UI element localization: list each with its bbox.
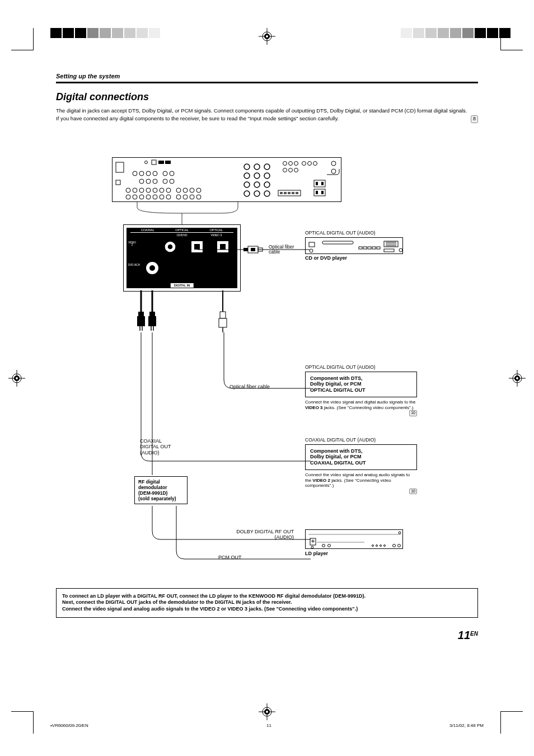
svg-rect-19 (158, 161, 164, 164)
digital-in-panel: COAXIAL OPTICAL OPTICAL CD/DVD VIDEO 3 V… (123, 224, 241, 292)
svg-point-21 (133, 171, 137, 176)
svg-rect-110 (137, 316, 145, 326)
svg-point-73 (289, 168, 293, 172)
svg-rect-113 (148, 316, 156, 326)
svg-point-51 (183, 195, 188, 199)
svg-point-22 (139, 171, 144, 176)
page-title: Digital connections (56, 91, 478, 103)
ld-player-label: LD player (305, 551, 403, 556)
svg-point-9 (16, 377, 18, 379)
svg-rect-99 (372, 247, 376, 249)
svg-point-56 (264, 164, 270, 170)
panel-label-dvd: DVD /6CH (128, 264, 140, 267)
svg-point-33 (133, 188, 137, 192)
intro-paragraph-2: If you have connected any digital compon… (56, 115, 478, 122)
svg-point-46 (146, 195, 151, 199)
svg-point-38 (166, 188, 171, 192)
svg-point-35 (146, 188, 151, 192)
intro-paragraph-1: The digital in jacks can accept DTS, Dol… (56, 107, 478, 114)
svg-point-43 (126, 195, 130, 199)
svg-point-50 (176, 195, 181, 199)
ld-player-block: LD player (305, 538, 403, 556)
svg-point-119 (399, 532, 401, 534)
section-label: Setting up the system (56, 73, 478, 79)
component-optical-note: Connect the video signal and digital aud… (305, 400, 417, 416)
svg-point-52 (190, 195, 194, 199)
svg-point-53 (196, 195, 201, 199)
svg-point-68 (294, 161, 298, 165)
component-optical-box: Component with DTS, Dolby Digital, or PC… (305, 372, 417, 397)
svg-point-122 (322, 544, 325, 547)
side-registration-icon (8, 370, 25, 387)
svg-rect-116 (219, 318, 227, 327)
svg-rect-91 (251, 248, 255, 251)
svg-point-127 (380, 544, 382, 546)
svg-point-28 (146, 179, 151, 184)
svg-rect-92 (243, 248, 248, 251)
optical-jack-cddvd (191, 241, 203, 253)
page-ref-badge: 8 (471, 115, 478, 123)
svg-rect-95 (322, 241, 353, 244)
panel-sub-video3: VIDEO 3 (199, 233, 233, 237)
component-optical-block: OPTICAL DIGITAL OUT (AUDIO) Component wi… (305, 364, 417, 416)
svg-point-48 (160, 195, 164, 199)
registration-strip (0, 28, 534, 45)
svg-point-128 (384, 544, 386, 546)
svg-point-37 (160, 188, 164, 192)
svg-rect-109 (138, 312, 144, 316)
svg-point-71 (313, 161, 317, 165)
output-label-optical1: OPTICAL DIGITAL OUT (AUDIO) (305, 230, 403, 236)
side-registration-icon (509, 370, 526, 387)
svg-point-66 (283, 161, 287, 165)
panel-col-optical2: OPTICAL (199, 228, 233, 233)
svg-point-30 (163, 179, 167, 184)
page-ref-badge: 10 (409, 410, 417, 416)
svg-point-24 (153, 171, 157, 176)
cd-dvd-block: OPTICAL DIGITAL OUT (AUDIO) CD or DVD pl… (305, 230, 403, 261)
panel-col-coaxial: COAXIAL (130, 228, 165, 233)
svg-point-126 (376, 544, 378, 546)
connection-diagram: COAXIAL OPTICAL OPTICAL CD/DVD VIDEO 3 V… (56, 157, 478, 583)
page-number: 11EN (56, 629, 478, 642)
svg-rect-86 (288, 192, 291, 194)
svg-point-27 (139, 179, 144, 184)
svg-point-70 (308, 161, 312, 165)
cable-label-optical1: Optical fiber cable (269, 245, 297, 255)
svg-rect-88 (296, 192, 298, 194)
svg-rect-16 (116, 180, 120, 185)
svg-point-39 (176, 188, 181, 192)
svg-point-42 (196, 188, 201, 192)
svg-point-129 (393, 544, 396, 547)
svg-point-49 (166, 195, 171, 199)
svg-point-76 (331, 169, 336, 173)
receiver-back-panel (112, 157, 341, 202)
output-label-coax: COAXIAL DIGITAL OUT (AUDIO) (305, 437, 417, 443)
bottom-registration-icon (259, 703, 275, 722)
svg-point-26 (170, 171, 174, 176)
cd-dvd-label: CD or DVD player (305, 255, 403, 261)
svg-point-14 (516, 377, 518, 379)
side-label-coax: COAXIAL DIGITAL OUT (AUDIO) (140, 438, 174, 456)
svg-point-67 (289, 161, 293, 165)
svg-point-106 (399, 248, 402, 252)
panel-label-video2: VIDEO2 (128, 242, 136, 247)
panel-sub-cddvd: CD/DVD (165, 233, 199, 237)
svg-point-29 (153, 179, 157, 184)
svg-rect-90 (248, 246, 258, 253)
label-dolby-rf: DOLBY DIGITAL RF OUT (AUDIO) (221, 529, 294, 541)
svg-rect-98 (368, 247, 371, 249)
svg-rect-112 (149, 312, 155, 316)
svg-point-75 (331, 161, 336, 166)
optical-jack-video3 (217, 241, 229, 253)
svg-point-40 (183, 188, 188, 192)
panel-col-optical1: OPTICAL (165, 228, 199, 233)
svg-point-63 (244, 191, 250, 196)
svg-rect-82 (321, 191, 324, 194)
svg-point-69 (302, 161, 306, 165)
svg-point-121 (311, 546, 313, 548)
svg-rect-94 (309, 242, 315, 247)
svg-point-125 (372, 544, 374, 546)
svg-point-64 (254, 191, 260, 196)
component-coax-block: COAXIAL DIGITAL OUT (AUDIO) Component wi… (305, 437, 417, 495)
svg-point-101 (310, 249, 313, 252)
